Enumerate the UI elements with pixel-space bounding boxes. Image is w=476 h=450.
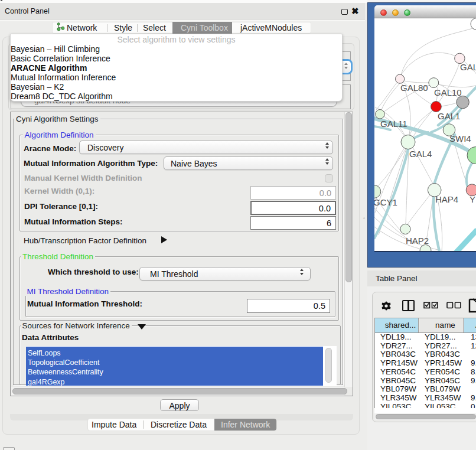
- svg-text:GCY1: GCY1: [374, 197, 397, 207]
- svg-text:GAL4: GAL4: [409, 149, 432, 159]
- svg-text:GAL: GAL: [460, 62, 476, 72]
- svg-text:HAP4: HAP4: [435, 194, 458, 204]
- svg-text:SWI4: SWI4: [449, 133, 471, 144]
- svg-text:GAL80: GAL80: [400, 83, 428, 93]
- svg-text:HAP2: HAP2: [406, 236, 429, 246]
- svg-text:GAL1: GAL1: [438, 111, 460, 121]
- svg-text:GAL11: GAL11: [380, 119, 407, 129]
- svg-text:Y: Y: [470, 194, 475, 204]
- svg-text:GAL10: GAL10: [434, 87, 462, 97]
